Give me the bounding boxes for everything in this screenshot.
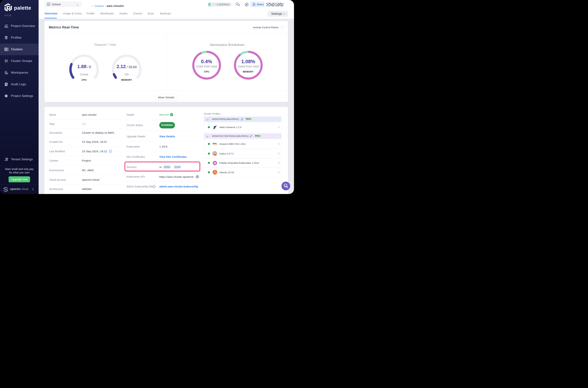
svg-text:aws: aws [213, 142, 217, 145]
svg-text:aws: aws [82, 169, 85, 171]
